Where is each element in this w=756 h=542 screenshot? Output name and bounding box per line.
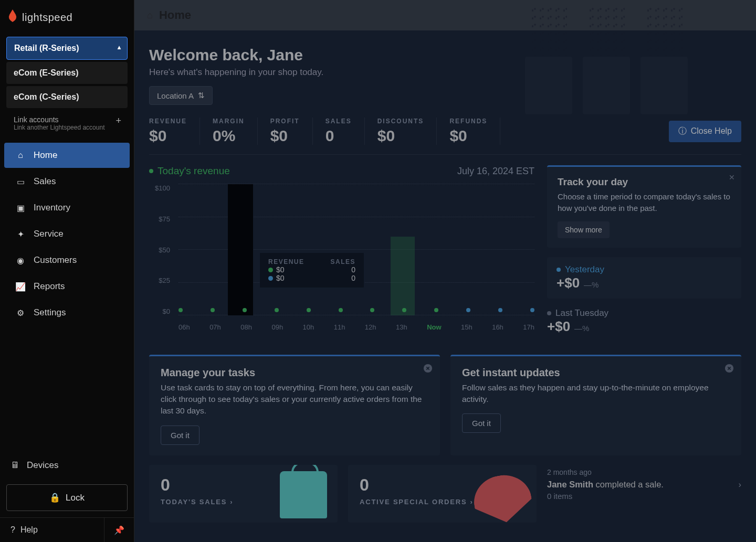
account-ecom-c[interactable]: eCom (C-Series) — [6, 86, 128, 108]
nav-label: Inventory — [34, 203, 70, 213]
x-tick: 15h — [461, 323, 472, 331]
x-tick: 17h — [523, 323, 534, 331]
register-icon: ▭ — [15, 177, 26, 187]
chart-points — [178, 310, 534, 315]
x-tick: 10h — [303, 323, 314, 331]
compare-value: +$0 — [556, 275, 580, 291]
got-it-button[interactable]: Got it — [462, 413, 501, 433]
compare-label: Yesterday — [565, 264, 604, 275]
x-tick: 08h — [240, 323, 252, 331]
kpi-row: REVENUE$0 MARGIN0% PROFIT$0 SALES0 DISCO… — [134, 114, 756, 154]
card-title: Get instant updates — [462, 367, 730, 379]
todays-sales-card[interactable]: 0 TODAY'S SALES› — [149, 465, 338, 523]
nav-label: Sales — [34, 176, 56, 187]
account-label: eCom (E-Series) — [14, 68, 79, 77]
flame-icon — [7, 9, 18, 25]
activity-action: completed a sale. — [593, 480, 664, 489]
close-help-button[interactable]: ⓘ Close Help — [669, 121, 741, 142]
y-tick: $50 — [149, 246, 174, 254]
stat-label: TODAY'S SALES — [161, 498, 227, 506]
y-tick: $0 — [149, 307, 174, 315]
kpi-value: $0 — [449, 127, 487, 145]
decorative-plants — [525, 30, 746, 114]
box-icon: ▣ — [15, 203, 26, 213]
nav-devices[interactable]: 🖥Devices — [0, 453, 134, 478]
tooltip-value: 0 — [351, 265, 355, 274]
kpi-value: 0 — [326, 127, 352, 145]
nav-settings[interactable]: ⚙Settings — [4, 300, 130, 325]
link-accounts-title: Link accounts — [14, 115, 120, 124]
lock-button[interactable]: 🔒Lock — [6, 484, 128, 511]
chart-section: Today's revenue July 16, 2024 EST $100 $… — [134, 155, 756, 345]
x-tick: 11h — [334, 323, 345, 331]
home-icon: ⌂ — [147, 10, 153, 21]
kpi-margin: MARGIN0% — [200, 118, 258, 145]
help-label: Help — [20, 525, 38, 535]
got-it-button[interactable]: Got it — [161, 426, 200, 445]
card-title: Track your day — [558, 176, 731, 188]
sidebar-bottom: 🖥Devices 🔒Lock ?Help 📌 — [0, 453, 134, 542]
pin-button[interactable]: 📌 — [104, 518, 134, 542]
activity-item[interactable]: Jane Smith completed a sale. › — [547, 480, 741, 490]
nav-service[interactable]: ✦Service — [4, 221, 130, 247]
kpi-refunds: REFUNDS$0 — [437, 118, 500, 145]
stat-label: ACTIVE SPECIAL ORDERS — [360, 498, 467, 506]
button-label: Show more — [565, 226, 602, 234]
hero: Welcome back, Jane Here's what's happeni… — [134, 30, 756, 114]
account-ecom-e[interactable]: eCom (E-Series) — [6, 62, 128, 84]
x-tick: 06h — [178, 323, 190, 331]
tooltip-value: $0 — [276, 265, 285, 274]
tooltip-value: $0 — [276, 274, 285, 282]
nav-sales[interactable]: ▭Sales — [4, 169, 130, 194]
kpi-discounts: DISCOUNTS$0 — [365, 118, 437, 145]
y-axis: $100 $75 $50 $25 $0 — [149, 184, 174, 315]
account-label: eCom (C-Series) — [14, 92, 79, 101]
nav-inventory[interactable]: ▣Inventory — [4, 195, 130, 220]
lock-icon: 🔒 — [49, 492, 60, 503]
compare-value: +$0 — [547, 318, 570, 334]
gear-icon: ⚙ — [15, 308, 26, 318]
chart-area[interactable]: $100 $75 $50 $25 $0 REVENUESALES $00 — [149, 184, 534, 331]
active-orders-card[interactable]: 0 ACTIVE SPECIAL ORDERS› — [348, 465, 537, 523]
revenue-chart: Today's revenue July 16, 2024 EST $100 $… — [149, 165, 534, 335]
link-accounts-sub: Link another Lightspeed account — [14, 124, 120, 131]
card-body: Follow sales as they happen and stay up-… — [462, 382, 730, 406]
compare-last-tuesday[interactable]: Last Tuesday +$0—% — [547, 308, 741, 335]
question-icon: ? — [10, 525, 15, 535]
tip-cards-row: Manage your tasks Use task cards to stay… — [134, 345, 756, 465]
close-help-label: Close Help — [691, 126, 732, 136]
card-body: Use task cards to stay on top of everyth… — [161, 382, 428, 417]
chart-sidebar: ✕ Track your day Choose a time period to… — [547, 165, 741, 335]
location-selector[interactable]: Location A ⇅ — [149, 86, 213, 105]
account-label: Retail (R-Series) — [14, 44, 79, 52]
show-more-button[interactable]: Show more — [558, 221, 610, 238]
chart-tooltip: REVENUESALES $00 $00 — [259, 252, 364, 288]
nav-reports[interactable]: 📈Reports — [4, 274, 130, 299]
close-icon[interactable] — [724, 364, 734, 375]
y-tick: $75 — [149, 215, 174, 223]
tooltip-value: 0 — [351, 274, 355, 282]
lock-label: Lock — [66, 493, 85, 503]
y-tick: $25 — [149, 277, 174, 284]
activity-time: 2 months ago — [547, 468, 741, 476]
kpi-label: MARGIN — [213, 118, 245, 125]
kpi-profit: PROFIT$0 — [258, 118, 313, 145]
nav: ⌂Home ▭Sales ▣Inventory ✦Service ◉Custom… — [0, 142, 134, 453]
breadcrumb: Home — [159, 8, 191, 22]
stat-cards-row: 0 TODAY'S SALES› 0 ACTIVE SPECIAL ORDERS… — [134, 465, 756, 523]
account-retail-r[interactable]: Retail (R-Series) — [6, 37, 128, 60]
instant-updates-card: Get instant updates Follow sales as they… — [450, 355, 741, 455]
chart-date: July 16, 2024 EST — [457, 166, 534, 177]
close-icon[interactable]: ✕ — [729, 173, 735, 182]
kpi-value: $0 — [149, 127, 187, 145]
kpi-label: REFUNDS — [449, 118, 487, 125]
compare-yesterday[interactable]: Yesterday +$0—% — [547, 257, 741, 299]
close-icon[interactable] — [423, 364, 433, 375]
link-accounts[interactable]: Link accounts Link another Lightspeed ac… — [6, 110, 128, 136]
tooltip-head: REVENUE — [268, 258, 304, 265]
help-button[interactable]: ?Help — [0, 518, 104, 542]
nav-home[interactable]: ⌂Home — [4, 143, 130, 168]
kpi-label: SALES — [326, 118, 352, 125]
nav-customers[interactable]: ◉Customers — [4, 248, 130, 273]
x-tick: 16h — [492, 323, 503, 331]
